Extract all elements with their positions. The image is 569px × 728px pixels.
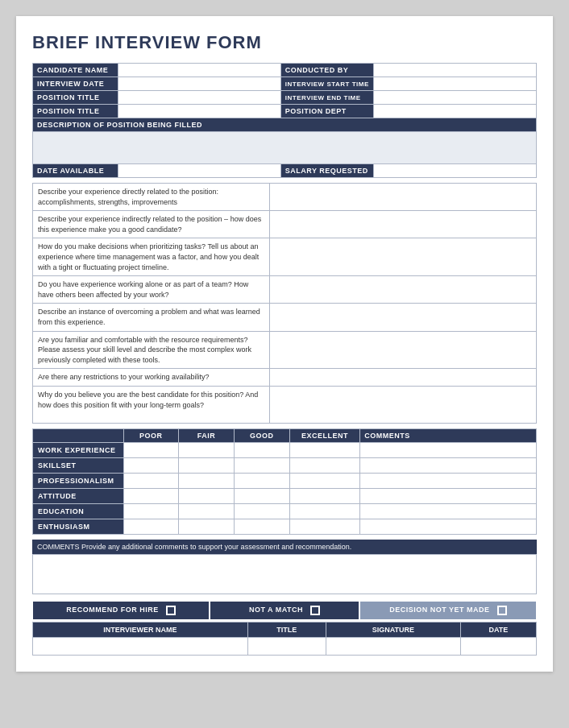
skillset-comments[interactable] — [360, 457, 537, 473]
professionalism-good[interactable] — [235, 473, 290, 488]
candidate-name-value[interactable] — [118, 64, 280, 77]
enthusiasm-good[interactable] — [235, 519, 290, 534]
work-experience-label: WORK EXPERIENCE — [33, 442, 124, 457]
decision-checkbox[interactable] — [497, 606, 507, 615]
position-dept-row-label: POSITION TITLE — [33, 105, 118, 118]
skillset-poor[interactable] — [123, 457, 179, 473]
date-available-value[interactable] — [118, 164, 280, 178]
interviewer-name-header: INTERVIEWER NAME — [33, 622, 248, 637]
decision-not-yet-made[interactable]: DECISION NOT YET MADE — [359, 601, 537, 620]
work-experience-good[interactable] — [235, 442, 290, 457]
comments-area[interactable] — [32, 554, 537, 594]
answer-1[interactable] — [269, 184, 536, 211]
enthusiasm-comments[interactable] — [360, 519, 537, 534]
interview-start-label: INTERVIEW START TIME — [280, 77, 373, 91]
skillset-good[interactable] — [235, 457, 290, 473]
conducted-by-value[interactable] — [373, 64, 536, 77]
position-dept-label: POSITION DEPT — [280, 105, 373, 118]
interview-end-label: INTERVIEW END TIME — [280, 91, 373, 105]
position-title-value2[interactable] — [118, 105, 280, 118]
conducted-by-label: CONDUCTED BY — [280, 64, 373, 77]
position-dept-value[interactable] — [373, 105, 536, 118]
education-good[interactable] — [235, 503, 290, 519]
work-experience-excellent[interactable] — [289, 442, 360, 457]
comments-header: COMMENTS Provide any additional comments… — [32, 540, 537, 554]
professionalism-comments[interactable] — [360, 473, 537, 488]
work-experience-fair[interactable] — [179, 442, 235, 457]
question-5: Describe an instance of overcoming a pro… — [33, 304, 270, 331]
recommend-checkbox[interactable] — [166, 606, 176, 615]
answer-6[interactable] — [269, 331, 536, 369]
skillset-label: SKILLSET — [33, 457, 124, 473]
rating-empty-header — [33, 428, 124, 442]
interview-date-label: INTERVIEW DATE — [33, 77, 118, 91]
attitude-comments[interactable] — [360, 488, 537, 503]
rating-comments-header: COMMENTS — [360, 428, 537, 442]
professionalism-poor[interactable] — [123, 473, 179, 488]
attitude-excellent[interactable] — [289, 488, 360, 503]
salary-requested-label: SALARY REQUESTED — [280, 164, 373, 178]
professionalism-fair[interactable] — [179, 473, 235, 488]
work-experience-row: WORK EXPERIENCE — [33, 442, 537, 457]
question-2: Describe your experience indirectly rela… — [33, 211, 270, 238]
enthusiasm-excellent[interactable] — [289, 519, 360, 534]
interview-date-value[interactable] — [118, 77, 280, 91]
rating-poor-header: POOR — [123, 428, 179, 442]
not-match-checkbox[interactable] — [310, 606, 320, 615]
education-comments[interactable] — [360, 503, 537, 519]
interview-end-value[interactable] — [373, 91, 536, 105]
skillset-excellent[interactable] — [289, 457, 360, 473]
question-row-8: Why do you believe you are the best cand… — [33, 386, 537, 423]
attitude-good[interactable] — [235, 488, 290, 503]
candidate-name-label: CANDIDATE NAME — [33, 64, 118, 77]
interviewer-name-value[interactable] — [33, 637, 248, 655]
question-row-6: Are you familiar and comfortable with th… — [33, 331, 537, 369]
date-available-label: DATE AVAILABLE — [33, 164, 118, 178]
enthusiasm-fair[interactable] — [179, 519, 235, 534]
answer-2[interactable] — [269, 211, 536, 238]
interviewer-date-value[interactable] — [460, 637, 536, 655]
answer-5[interactable] — [269, 304, 536, 331]
education-label: EDUCATION — [33, 503, 124, 519]
form-title: BRIEF INTERVIEW FORM — [32, 32, 537, 53]
answer-8[interactable] — [269, 386, 536, 423]
questions-table: Describe your experience directly relate… — [32, 183, 537, 424]
attitude-fair[interactable] — [179, 488, 235, 503]
question-4: Do you have experience working alone or … — [33, 276, 270, 304]
question-row-4: Do you have experience working alone or … — [33, 276, 537, 304]
description-header: DESCRIPTION OF POSITION BEING FILLED — [33, 118, 537, 132]
professionalism-excellent[interactable] — [289, 473, 360, 488]
question-row-7: Are there any restrictions to your worki… — [33, 369, 537, 387]
recommend-for-hire[interactable]: RECOMMEND FOR HIRE — [32, 601, 210, 620]
skillset-row: SKILLSET — [33, 457, 537, 473]
question-3: How do you make decisions when prioritiz… — [33, 238, 270, 276]
interview-start-value[interactable] — [373, 77, 536, 91]
rating-table: POOR FAIR GOOD EXCELLENT COMMENTS WORK E… — [32, 428, 537, 535]
answer-4[interactable] — [269, 276, 536, 304]
question-7: Are there any restrictions to your worki… — [33, 369, 270, 387]
attitude-label: ATTITUDE — [33, 488, 124, 503]
description-area-row — [33, 132, 537, 164]
question-1: Describe your experience directly relate… — [33, 184, 270, 211]
not-a-match[interactable]: NOT A MATCH — [210, 601, 359, 620]
answer-7[interactable] — [269, 369, 536, 387]
interviewer-title-value[interactable] — [247, 637, 326, 655]
education-excellent[interactable] — [289, 503, 360, 519]
professionalism-label: PROFESSIONALISM — [33, 473, 124, 488]
description-area[interactable] — [33, 132, 537, 164]
attitude-poor[interactable] — [123, 488, 179, 503]
enthusiasm-poor[interactable] — [123, 519, 179, 534]
interviewer-signature-value[interactable] — [326, 637, 460, 655]
info-table: CANDIDATE NAME CONDUCTED BY INTERVIEW DA… — [32, 63, 537, 178]
work-experience-poor[interactable] — [123, 442, 179, 457]
skillset-fair[interactable] — [179, 457, 235, 473]
salary-requested-value[interactable] — [373, 164, 536, 178]
work-experience-comments[interactable] — [360, 442, 537, 457]
comments-label: COMMENTS — [37, 543, 80, 551]
position-title-value[interactable] — [118, 91, 280, 105]
education-poor[interactable] — [123, 503, 179, 519]
education-fair[interactable] — [179, 503, 235, 519]
rating-fair-header: FAIR — [179, 428, 235, 442]
professionalism-row: PROFESSIONALISM — [33, 473, 537, 488]
answer-3[interactable] — [269, 238, 536, 276]
